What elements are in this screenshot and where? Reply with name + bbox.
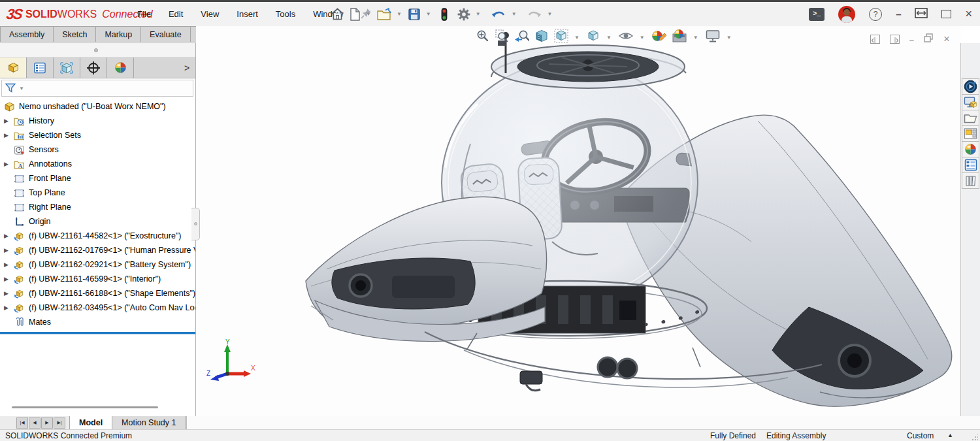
zoom-to-fit-icon[interactable] [476,29,490,46]
new-document-button[interactable] [348,7,361,22]
minimize-button[interactable]: – [896,8,901,20]
tree-horizontal-scrollbar[interactable] [12,406,158,408]
terminal-icon[interactable]: >_ [809,8,825,21]
view-orientation-dropdown[interactable]: ▼ [574,35,580,41]
menu-tools[interactable]: Tools [276,9,295,19]
options-dropdown[interactable]: ▼ [476,11,481,17]
apply-scene-icon[interactable] [672,29,687,46]
3dexperience-compass-icon[interactable] [962,78,979,95]
tab-evaluate[interactable]: Evaluate [141,26,191,42]
custom-properties-icon[interactable] [962,157,979,173]
expand-arrow-icon[interactable]: ▶ [4,132,14,139]
hide-show-items-icon[interactable] [618,29,634,45]
tab-propertymanager[interactable] [27,57,54,78]
tree-item-origin[interactable]: ▶ Origin [0,214,195,229]
resize-grip[interactable] [972,434,978,441]
filter-dropdown[interactable]: ▼ [19,86,24,91]
open-document-dropdown[interactable]: ▼ [397,11,402,17]
pane-right-icon[interactable] [890,35,900,44]
configuration-dropdown[interactable]: ▲ [947,432,953,438]
tab-assembly[interactable]: Assembly [0,26,54,42]
tree-filter[interactable]: ▼ [1,80,193,97]
redo-dropdown[interactable]: ▼ [547,11,553,17]
expand-arrow-icon[interactable]: ▶ [4,276,14,282]
help-icon[interactable]: ? [869,8,882,21]
tree-item-component[interactable]: ▶ (f) UBW-21161-46599<1> ("Interior") [0,272,195,286]
doc-tab-motion-study[interactable]: Motion Study 1 [112,416,186,429]
library-books-icon[interactable] [962,172,979,189]
display-style-dropdown[interactable]: ▼ [606,35,612,41]
solidworks-resources-icon[interactable] [962,94,979,110]
tree-item-component[interactable]: ▶ (f) UBW-21161-44582<1> ("Exostructure"… [0,229,195,243]
expand-arrow-icon[interactable]: ▶ [4,290,14,297]
tab-markup[interactable]: Markup [96,26,141,42]
tree-item-history[interactable]: ▶ History [0,114,195,128]
view-settings-icon[interactable] [705,29,721,46]
expand-arrow-icon[interactable]: ▶ [4,247,14,253]
panel-expand-arrow[interactable]: > [178,57,195,78]
status-configuration[interactable]: Custom [907,431,934,440]
tree-item-top-plane[interactable]: ▶ Top Plane [0,186,195,200]
hide-show-dropdown[interactable]: ▼ [640,35,645,41]
tree-root[interactable]: Nemo unshaded ("U-Boat Worx NEMO") [0,99,195,114]
close-button[interactable]: × [965,7,972,21]
tree-item-component[interactable]: ▶ (f) UBW-21161-66188<1> ("Shape Element… [0,286,195,301]
options-gear-button[interactable] [457,7,471,22]
user-avatar[interactable] [838,6,855,23]
design-library-icon[interactable] [962,110,979,126]
tab-sketch[interactable]: Sketch [54,26,96,42]
tree-item-component[interactable]: ▶ (f) UBW-21162-02921<1> ("Battery Syste… [0,257,195,272]
expand-arrow-icon[interactable]: ▶ [4,118,14,124]
tree-item-front-plane[interactable]: ▶ Front Plane [0,171,195,186]
open-document-button[interactable] [376,7,392,22]
home-button[interactable] [330,7,345,22]
edit-appearance-icon[interactable] [651,29,667,46]
doc-tab-model[interactable]: Model [69,416,112,429]
doc-restore-button[interactable] [924,33,934,45]
tree-item-selection-sets[interactable]: ▶ Selection Sets [0,128,195,142]
menu-file[interactable]: File [137,9,151,19]
tree-item-annotations[interactable]: ▶ A Annotations [0,157,195,171]
redo-button[interactable] [526,7,543,22]
view-settings-dropdown[interactable]: ▼ [727,35,732,41]
apply-scene-dropdown[interactable]: ▼ [693,35,698,41]
doc-minimize-button[interactable]: – [909,35,914,44]
undo-button[interactable] [490,7,507,22]
new-document-dropdown[interactable]: ▼ [366,11,371,17]
expand-arrow-icon[interactable]: ▶ [4,233,14,239]
menu-view[interactable]: View [201,9,219,19]
panel-splitter-handle[interactable] [0,43,195,57]
tree-item-right-plane[interactable]: ▶ Right Plane [0,200,195,214]
tab-appearances-scenes[interactable] [107,57,134,78]
panel-viewport-splitter[interactable] [191,208,200,240]
tab-featuremanager-design-tree[interactable] [0,57,27,78]
tree-item-sensors[interactable]: ▶ Sensors [0,142,195,157]
undo-dropdown[interactable]: ▼ [512,11,517,17]
zoom-to-area-icon[interactable] [495,29,509,46]
tab-scroll-first[interactable]: |◀ [16,417,28,429]
doc-close-button[interactable]: × [943,33,950,46]
menu-edit[interactable]: Edit [169,9,183,19]
rollback-bar[interactable] [0,332,195,334]
menu-insert[interactable]: Insert [237,9,258,19]
expand-arrow-icon[interactable]: ▶ [4,161,14,167]
view-palette-icon[interactable] [962,125,979,142]
tab-scroll-next[interactable]: ▶ [41,417,53,429]
previous-view-icon[interactable] [514,29,529,46]
graphics-area[interactable]: ▼ ▼ ▼ ▼ ▼ – × Y X Z [196,26,960,416]
tree-item-mates[interactable]: ▶ Mates [0,315,195,329]
tree-item-component[interactable]: ▶ (f) UBW-21162-03495<1> ("Auto Com Nav … [0,301,195,315]
expand-arrow-icon[interactable]: ▶ [4,304,14,311]
rebuild-traffic-light-button[interactable] [440,7,448,22]
dock-panes-button[interactable] [915,8,928,21]
display-style-icon[interactable] [586,29,600,46]
save-button[interactable] [407,7,421,22]
view-orientation-icon[interactable] [554,29,568,46]
tree-item-component[interactable]: ▶ (f) UBW-21162-01769<1> ("Human Pressur… [0,243,195,257]
tab-configuration-manager[interactable] [54,57,80,78]
save-dropdown[interactable]: ▼ [426,11,431,17]
section-view-icon[interactable] [534,29,549,46]
expand-arrow-icon[interactable]: ▶ [4,261,14,268]
pane-left-icon[interactable] [870,35,880,44]
tab-dimxpertmanager[interactable] [80,57,107,78]
